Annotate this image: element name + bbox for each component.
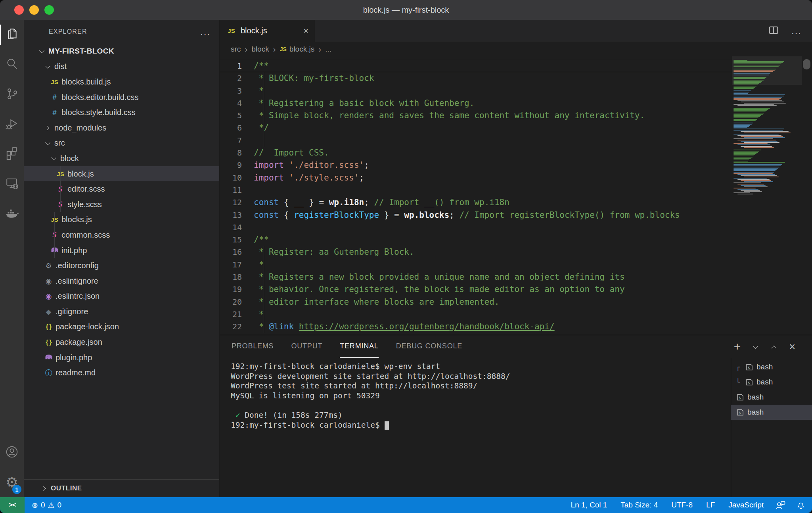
tree-file-.gitignore[interactable]: ◆.gitignore [24, 304, 219, 319]
tree-file-.eslintrc.json[interactable]: ◉.eslintrc.json [24, 289, 219, 304]
status-cursor-position[interactable]: Ln 1, Col 1 [564, 497, 614, 513]
status-encoding[interactable]: UTF-8 [665, 497, 699, 513]
close-panel-icon[interactable]: × [789, 343, 795, 351]
terminal-list-item-2[interactable]: └$bash [731, 375, 812, 390]
panel-tab-terminal[interactable]: TERMINAL [340, 335, 378, 358]
warnings-count: 0 [57, 501, 62, 509]
line-number: 14 [220, 221, 254, 234]
status-tab-size[interactable]: Tab Size: 4 [614, 497, 665, 513]
tree-file-blocks.js[interactable]: JSblocks.js [24, 212, 219, 228]
tree-file-blocks.editor.build.css[interactable]: #blocks.editor.build.css [24, 90, 219, 105]
tab-block-js[interactable]: JS block.js × [220, 20, 315, 42]
tree-file-package-lock.json[interactable]: { }package-lock.json [24, 319, 219, 335]
activity-item-explorer[interactable] [0, 20, 24, 50]
terminal-output[interactable]: 192:my-first-block carlodaniele$ wp-env … [220, 358, 731, 497]
tree-file-style.scss[interactable]: Sstyle.scss [24, 197, 219, 212]
breadcrumb-item-blockjs[interactable]: JSblock.js [280, 45, 314, 54]
minimap-line [732, 107, 802, 108]
tree-indent-guide [54, 212, 55, 258]
minimize-window-button[interactable] [29, 5, 39, 15]
status-language-mode[interactable]: JavaScript [722, 497, 770, 513]
code-line-1: 1/** [220, 60, 732, 72]
new-terminal-icon[interactable]: + [734, 343, 741, 351]
terminal-list-item-4[interactable]: $bash [731, 405, 812, 420]
close-window-button[interactable] [14, 5, 24, 15]
status-eol[interactable]: LF [699, 497, 722, 513]
feedback-icon[interactable] [770, 497, 791, 513]
minimap-slider[interactable] [732, 56, 802, 85]
tree-file-init.php[interactable]: init.php [24, 243, 219, 258]
tree-file-blocks.style.build.css[interactable]: #blocks.style.build.css [24, 105, 219, 120]
code-editor[interactable]: 1/**2 * BLOCK: my-first-block3 *4 * Regi… [220, 56, 812, 335]
split-editor-icon[interactable] [768, 24, 779, 38]
tree-file-.eslintignore[interactable]: ◉.eslintignore [24, 273, 219, 289]
activity-item-remote-explorer[interactable] [0, 169, 24, 198]
zoom-window-button[interactable] [44, 5, 54, 15]
code-line-15: 15/** [220, 234, 732, 246]
activity-item-settings[interactable]: ⚙1 [0, 467, 24, 497]
activity-item-extensions[interactable] [0, 139, 24, 169]
close-tab-icon[interactable]: × [303, 26, 308, 36]
terminal-icon: $ [736, 394, 744, 401]
chevron-down-icon [43, 138, 53, 148]
activity-item-search[interactable] [0, 50, 24, 79]
problems-status[interactable]: ⊗ 0 ⚠ 0 [25, 497, 69, 513]
terminal-dropdown-icon[interactable] [753, 344, 759, 350]
code-line-2: 2 * BLOCK: my-first-block [220, 72, 732, 85]
panel-tab-problems[interactable]: PROBLEMS [232, 335, 274, 358]
scrollbar-thumb[interactable] [803, 59, 810, 69]
terminal-list-item-1[interactable]: ┌$bash [731, 359, 812, 375]
explorer-title: EXPLORER [49, 28, 87, 35]
minimap-line [733, 161, 748, 161]
minimap-line [744, 177, 779, 177]
notifications-bell-icon[interactable] [791, 497, 812, 513]
info-file-icon: ⓘ [43, 368, 54, 378]
remote-indicator[interactable]: >< [0, 497, 25, 513]
tree-folder-block[interactable]: block [24, 151, 219, 166]
breadcrumb-separator-icon: › [245, 44, 247, 54]
code-line-16: 16 * Register: aa Gutenberg Block. [220, 246, 732, 258]
minimap-line [737, 179, 770, 180]
outline-label: OUTLINE [51, 484, 82, 492]
minimap-line [733, 88, 754, 89]
minimap-line [733, 173, 773, 174]
minimap-line [733, 130, 783, 131]
tree-folder-node_modules[interactable]: node_modules [24, 120, 219, 136]
terminal-list-item-3[interactable]: $bash [731, 390, 812, 405]
breadcrumb-item-[interactable]: ... [325, 45, 331, 54]
maximize-panel-icon[interactable] [771, 344, 777, 350]
tree-folder-src[interactable]: src [24, 136, 219, 151]
breadcrumb-item-src[interactable]: src [231, 45, 241, 54]
editor-more-actions-icon[interactable]: ... [791, 29, 802, 33]
tree-file-readme.md[interactable]: ⓘreadme.md [24, 365, 219, 380]
activity-item-run-debug[interactable] [0, 109, 24, 139]
tree-file-common.scss[interactable]: Scommon.scss [24, 227, 219, 243]
activity-item-docker[interactable] [0, 198, 24, 228]
panel-tab-output[interactable]: OUTPUT [291, 335, 322, 358]
tree-file-blocks.build.js[interactable]: JSblocks.build.js [24, 74, 219, 90]
tree-file-package.json[interactable]: { }package.json [24, 334, 219, 350]
minimap-line [733, 123, 753, 123]
tree-file-block.js[interactable]: JSblock.js [24, 166, 219, 182]
tree-file-plugin.php[interactable]: plugin.php [24, 350, 219, 365]
activity-item-source-control[interactable] [0, 79, 24, 109]
css-file-icon: # [49, 93, 60, 102]
outline-section[interactable]: OUTLINE [24, 479, 219, 497]
tree-folder-dist[interactable]: dist [24, 59, 219, 75]
panel-tab-debug-console[interactable]: DEBUG CONSOLE [396, 335, 462, 358]
code-area[interactable]: 1/**2 * BLOCK: my-first-block3 *4 * Regi… [220, 56, 732, 335]
explorer-more-actions-icon[interactable]: ... [200, 30, 211, 34]
tree-file-.editorconfig[interactable]: ⚙.editorconfig [24, 258, 219, 273]
breadcrumb-item-block[interactable]: block [251, 45, 269, 54]
minimap[interactable] [732, 56, 802, 335]
minimap-line [732, 148, 802, 149]
tree-file-editor.scss[interactable]: Seditor.scss [24, 181, 219, 197]
activity-item-account[interactable] [0, 438, 24, 467]
minimap-line [733, 154, 755, 155]
minimap-line [733, 168, 778, 169]
editor-scrollbar[interactable] [802, 56, 812, 335]
tree-folder-my-first-block[interactable]: MY-FIRST-BLOCK [24, 44, 219, 59]
title-bar[interactable]: block.js — my-first-block [0, 0, 812, 20]
minimap-line [744, 137, 785, 138]
minimap-line [733, 170, 776, 171]
